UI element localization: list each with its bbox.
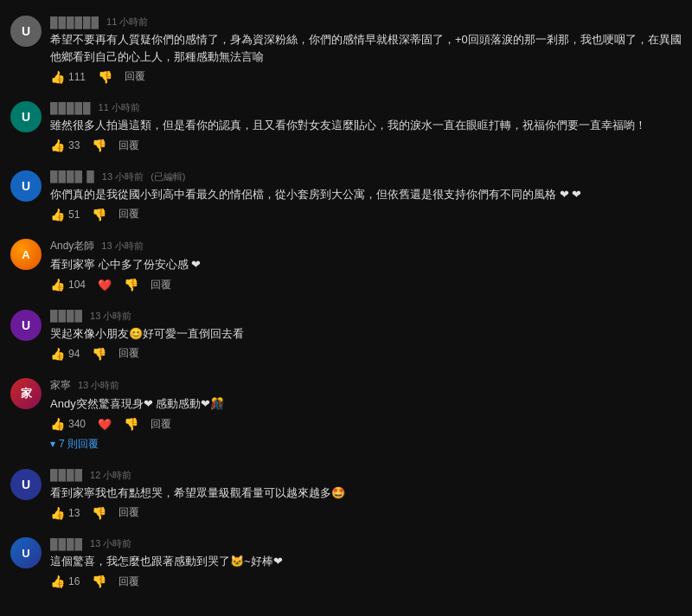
timestamp: 11 小時前 [106,16,148,29]
like-button[interactable]: 👍 16 [50,574,80,588]
comment-header: ████ 13 小時前 [50,537,682,550]
avatar: U [10,16,42,47]
reply-button[interactable]: 回覆 [119,505,139,520]
reply-button[interactable]: 回覆 [125,69,145,84]
reply-button[interactable]: 回覆 [151,417,171,432]
comments-section: U ██████ 11 小時前 希望不要再有人質疑你們的感情了，身為資深粉絲，你… [0,0,692,605]
like-count: 13 [68,507,80,519]
dislike-icon: 👎 [92,574,106,588]
like-icon: 👍 [50,506,65,520]
comment-text: 看到家寧我也有點想哭，希望眾量級觀看量可以越來越多🤩 [50,484,682,502]
dislike-button[interactable]: 👎 [124,278,138,292]
dislike-icon: 👎 [92,138,106,152]
timestamp: 12 小時前 [90,469,131,482]
like-count: 111 [68,71,86,83]
comment-text: 你們真的是我從國小到高中看最久的情侶檔，從小套房到大公寓，但依舊還是很支持你們有… [50,186,682,203]
comment-header: ████ 13 小時前 [50,310,682,323]
reply-count-label: 7 則回覆 [59,437,99,452]
comment: U █████ 11 小時前 雖然很多人拍過這類，但是看你的認真，且又看你對女友… [10,93,682,162]
dislike-icon: 👎 [124,417,138,431]
timestamp: 13 小時前 [78,379,119,392]
dislike-icon: 👎 [92,347,106,361]
timestamp: 11 小時前 [99,101,140,114]
username: 家寧 [50,378,71,393]
emoji-reaction: ❤️ [98,418,112,431]
comment: U ██████ 11 小時前 希望不要再有人質疑你們的感情了，身為資深粉絲，你… [10,7,682,93]
comment-actions: 👍 111 👎 回覆 [50,69,682,84]
reply-button[interactable]: 回覆 [119,574,139,589]
username: █████ [50,102,92,114]
like-button[interactable]: 👍 51 [50,208,80,221]
like-button[interactable]: 👍 111 [50,70,86,84]
avatar: U [10,310,42,341]
comment-header: ██████ 11 小時前 [50,16,682,29]
dislike-icon: 👎 [98,70,112,84]
comment: U ████ 13 小時前 這個驚喜，我怎麼也跟著感動到哭了🐱~好棒❤ 👍 16… [10,529,682,598]
comment-actions: 👍 104 ❤️ 👎 回覆 [50,278,682,292]
dislike-button[interactable]: 👎 [124,417,138,431]
like-icon: 👍 [50,70,65,84]
username: ████ [50,310,83,322]
dislike-button[interactable]: 👎 [92,574,106,588]
comment-actions: 👍 340 ❤️ 👎 回覆 [50,417,682,432]
dislike-button[interactable]: 👎 [98,70,112,84]
comment: U ████ 13 小時前 哭起來像小朋友😊好可愛一直倒回去看 👍 94 👎 回… [10,301,682,370]
comment-header: 家寧 13 小時前 [50,378,682,393]
dislike-button[interactable]: 👎 [92,208,106,221]
dislike-button[interactable]: 👎 [92,347,106,361]
comment-body: Andy老師 13 小時前 看到家寧 心中多了份安心感 ❤ 👍 104 ❤️ 👎… [50,239,682,292]
reply-button[interactable]: 回覆 [119,207,139,221]
comment-actions: 👍 13 👎 回覆 [50,505,682,520]
username: ██████ [50,16,99,29]
like-icon: 👍 [50,574,65,588]
username: Andy老師 [50,239,94,253]
comment-body: 家寧 13 小時前 Andy突然驚喜現身❤ 感動感動❤🎊 👍 340 ❤️ 👎 … [50,378,682,452]
username: ████ [50,469,83,481]
dislike-button[interactable]: 👎 [92,506,106,520]
comment-body: ████ 13 小時前 這個驚喜，我怎麼也跟著感動到哭了🐱~好棒❤ 👍 16 👎… [50,537,682,589]
reply-button[interactable]: 回覆 [151,278,171,292]
like-button[interactable]: 👍 13 [50,506,80,520]
avatar: U [10,537,42,568]
emoji-reaction: ❤️ [98,279,112,292]
reply-button[interactable]: 回覆 [119,346,139,361]
like-button[interactable]: 👍 104 [50,278,86,292]
reply-toggle[interactable]: ▾ 7 則回覆 [50,437,682,452]
avatar: U [10,101,42,132]
comment-header: ████ 12 小時前 [50,469,682,482]
dislike-icon: 👎 [124,278,138,292]
like-icon: 👍 [50,347,65,361]
avatar: 家 [10,378,42,409]
like-count: 94 [68,348,80,360]
like-count: 16 [68,575,80,587]
comment-body: ████ █ 13 小時前 (已編輯) 你們真的是我從國小到高中看最久的情侶檔，… [50,170,682,222]
like-icon: 👍 [50,417,65,431]
dislike-icon: 👎 [92,506,106,520]
comment: A Andy老師 13 小時前 看到家寧 心中多了份安心感 ❤ 👍 104 ❤️… [10,230,682,301]
like-icon: 👍 [50,278,65,292]
comment-header: █████ 11 小時前 [50,101,682,114]
dislike-button[interactable]: 👎 [92,138,106,152]
like-icon: 👍 [50,208,65,221]
comment-body: ██████ 11 小時前 希望不要再有人質疑你們的感情了，身為資深粉絲，你們的… [50,16,682,84]
like-button[interactable]: 👍 340 [50,417,86,431]
avatar: A [10,239,42,270]
reply-button[interactable]: 回覆 [119,138,139,153]
avatar: U [10,170,42,202]
like-button[interactable]: 👍 33 [50,138,80,152]
like-count: 104 [68,279,86,291]
comment-header: ████ █ 13 小時前 (已編輯) [50,170,682,183]
like-icon: 👍 [50,138,65,152]
comment-body: ████ 13 小時前 哭起來像小朋友😊好可愛一直倒回去看 👍 94 👎 回覆 [50,310,682,362]
like-button[interactable]: 👍 94 [50,347,80,361]
comment-text: 希望不要再有人質疑你們的感情了，身為資深粉絲，你們的感情早就根深蒂固了，+0回頭… [50,31,682,65]
comment-text: 看到家寧 心中多了份安心感 ❤ [50,256,682,273]
timestamp: 13 小時前 [102,170,144,183]
dislike-icon: 👎 [92,208,106,221]
comment-actions: 👍 16 👎 回覆 [50,574,682,589]
comment-body: █████ 11 小時前 雖然很多人拍過這類，但是看你的認真，且又看你對女友這麼… [50,101,682,153]
edited-label: (已編輯) [151,170,185,183]
comment-text: 哭起來像小朋友😊好可愛一直倒回去看 [50,325,682,343]
like-count: 340 [68,418,86,430]
timestamp: 13 小時前 [101,240,143,253]
